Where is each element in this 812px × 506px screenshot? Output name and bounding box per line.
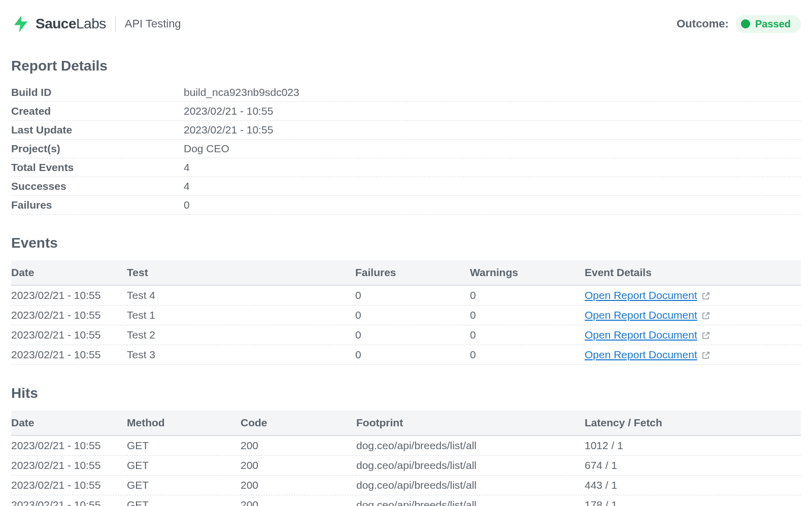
details-row: Total Events4 (11, 158, 801, 177)
details-val: 2023/02/21 - 10:55 (184, 105, 273, 117)
table-row: 2023/02/21 - 10:55GET200dog.ceo/api/bree… (11, 456, 801, 476)
table-row: 2023/02/21 - 10:55Test 400Open Report Do… (11, 285, 801, 306)
header-left: SauceLabs API Testing (11, 14, 181, 33)
event-date: 2023/02/21 - 10:55 (11, 306, 127, 325)
details-row: Last Update2023/02/21 - 10:55 (11, 121, 801, 140)
events-col-test: Test (127, 260, 355, 285)
table-row: 2023/02/21 - 10:55Test 200Open Report Do… (11, 325, 801, 345)
brand-name: SauceLabs (36, 16, 106, 32)
open-report-link[interactable]: Open Report Document (585, 349, 710, 361)
status-dot-icon (741, 19, 750, 28)
open-report-label: Open Report Document (585, 329, 697, 341)
hit-code: 200 (241, 435, 356, 456)
details-val: 2023/02/21 - 10:55 (184, 124, 273, 136)
hit-method: GET (127, 476, 241, 495)
event-failures: 0 (355, 306, 470, 325)
outcome-group: Outcome: Passed (676, 15, 801, 33)
details-key: Failures (11, 199, 184, 211)
details-val: build_nca923nb9sdc023 (184, 86, 299, 98)
table-row: 2023/02/21 - 10:55Test 300Open Report Do… (11, 345, 801, 365)
details-row: Build IDbuild_nca923nb9sdc023 (11, 83, 801, 102)
events-col-date: Date (11, 260, 127, 285)
hit-date: 2023/02/21 - 10:55 (11, 495, 127, 507)
section-heading-report-details: Report Details (11, 58, 801, 74)
hits-col-latency: Latency / Fetch (585, 411, 801, 435)
hits-col-date: Date (11, 411, 127, 435)
outcome-badge: Passed (736, 15, 801, 33)
brand-bold: Sauce (36, 16, 76, 31)
table-row: 2023/02/21 - 10:55GET200dog.ceo/api/bree… (11, 476, 801, 495)
hits-col-method: Method (127, 411, 241, 435)
details-key: Project(s) (11, 143, 184, 155)
details-row: Project(s)Dog CEO (11, 140, 801, 158)
details-key: Successes (11, 180, 184, 192)
open-report-label: Open Report Document (585, 349, 697, 361)
hit-footprint: dog.ceo/api/breeds/list/all (356, 476, 585, 495)
details-val: Dog CEO (184, 143, 229, 155)
outcome-status: Passed (755, 18, 791, 30)
hit-code: 200 (241, 495, 356, 507)
details-key: Last Update (11, 124, 184, 136)
events-table: Date Test Failures Warnings Event Detail… (11, 260, 801, 365)
event-details-cell: Open Report Document (585, 325, 801, 345)
hit-date: 2023/02/21 - 10:55 (11, 476, 127, 495)
open-report-link[interactable]: Open Report Document (585, 329, 710, 341)
event-warnings: 0 (470, 285, 585, 306)
event-test: Test 4 (127, 285, 355, 306)
hit-latency: 443 / 1 (585, 476, 801, 495)
details-row: Failures0 (11, 196, 801, 215)
hit-method: GET (127, 456, 241, 476)
events-col-warnings: Warnings (470, 260, 585, 285)
hit-method: GET (127, 495, 241, 507)
event-date: 2023/02/21 - 10:55 (11, 285, 127, 306)
events-col-failures: Failures (355, 260, 470, 285)
details-row: Successes4 (11, 177, 801, 196)
page-subtitle: API Testing (125, 17, 181, 30)
saucelabs-logo-icon (11, 14, 30, 33)
hit-footprint: dog.ceo/api/breeds/list/all (356, 456, 585, 476)
hit-footprint: dog.ceo/api/breeds/list/all (356, 435, 585, 456)
open-report-label: Open Report Document (585, 309, 697, 321)
events-header-row: Date Test Failures Warnings Event Detail… (11, 260, 801, 285)
hits-header-row: Date Method Code Footprint Latency / Fet… (11, 411, 801, 435)
hits-col-code: Code (241, 411, 356, 435)
event-test: Test 1 (127, 306, 355, 325)
details-key: Total Events (11, 161, 184, 174)
page-header: SauceLabs API Testing Outcome: Passed (11, 14, 801, 33)
details-key: Build ID (11, 86, 184, 98)
header-divider (115, 16, 116, 31)
table-row: 2023/02/21 - 10:55GET200dog.ceo/api/bree… (11, 435, 801, 456)
external-link-icon (701, 330, 710, 340)
details-val: 4 (184, 180, 190, 192)
hit-date: 2023/02/21 - 10:55 (11, 435, 127, 456)
table-row: 2023/02/21 - 10:55Test 100Open Report Do… (11, 306, 801, 325)
hit-code: 200 (241, 476, 356, 495)
table-row: 2023/02/21 - 10:55GET200dog.ceo/api/bree… (11, 495, 801, 507)
event-test: Test 3 (127, 345, 355, 365)
open-report-link[interactable]: Open Report Document (585, 289, 710, 301)
event-details-cell: Open Report Document (585, 306, 801, 325)
section-heading-events: Events (11, 235, 801, 251)
hit-code: 200 (241, 456, 356, 476)
event-date: 2023/02/21 - 10:55 (11, 325, 127, 345)
brand-light: Labs (76, 16, 106, 31)
event-warnings: 0 (470, 306, 585, 325)
event-failures: 0 (355, 285, 470, 306)
external-link-icon (701, 291, 710, 300)
hit-footprint: dog.ceo/api/breeds/list/all (356, 495, 585, 507)
outcome-label: Outcome: (676, 17, 729, 30)
details-val: 4 (184, 161, 190, 174)
event-details-cell: Open Report Document (585, 345, 801, 365)
events-col-details: Event Details (585, 260, 801, 285)
event-warnings: 0 (470, 345, 585, 365)
hits-table: Date Method Code Footprint Latency / Fet… (11, 411, 801, 506)
open-report-link[interactable]: Open Report Document (585, 309, 710, 321)
open-report-label: Open Report Document (585, 289, 697, 301)
event-test: Test 2 (127, 325, 355, 345)
brand-logo: SauceLabs (11, 14, 106, 33)
event-details-cell: Open Report Document (585, 285, 801, 306)
details-key: Created (11, 105, 184, 117)
report-details-table: Build IDbuild_nca923nb9sdc023Created2023… (11, 83, 801, 215)
event-date: 2023/02/21 - 10:55 (11, 345, 127, 365)
external-link-icon (701, 350, 710, 359)
